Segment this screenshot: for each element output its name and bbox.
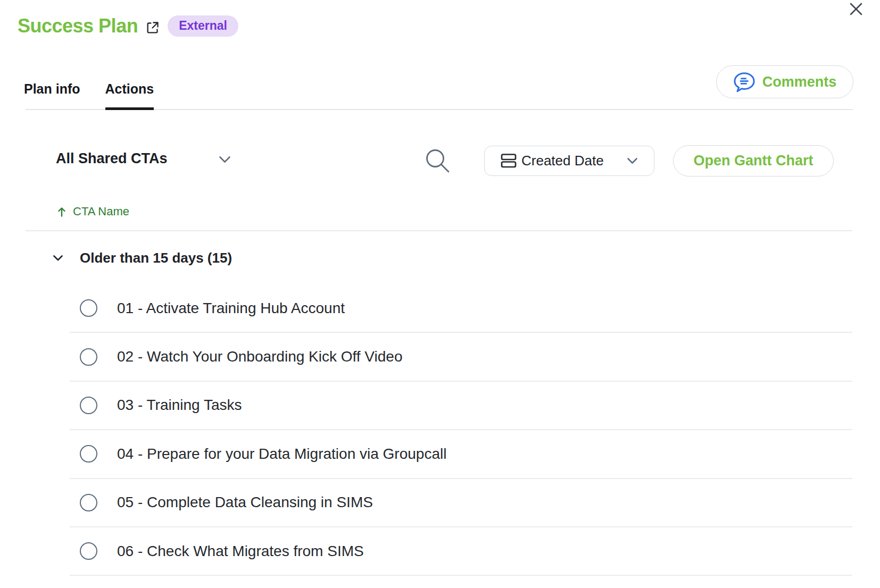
cta-row[interactable]: 06 - Check What Migrates from SIMS (70, 527, 852, 576)
chevron-down-icon (627, 157, 638, 165)
external-link-icon[interactable] (146, 21, 160, 35)
group-label: Older than 15 days (15) (80, 250, 232, 266)
sort-by-dropdown[interactable]: Created Date (484, 146, 654, 176)
cta-row[interactable]: 02 - Watch Your Onboarding Kick Off Vide… (70, 333, 852, 381)
search-button[interactable] (424, 147, 452, 175)
header: Success Plan External (18, 15, 238, 37)
open-gantt-chart-button[interactable]: Open Gantt Chart (673, 145, 834, 177)
column-header-cta-name[interactable]: CTA Name (57, 205, 129, 219)
tabs: Plan info Actions (24, 79, 154, 110)
search-icon (424, 147, 452, 175)
cta-status-circle-icon[interactable] (80, 445, 97, 463)
group-by-icon (501, 153, 517, 169)
success-plan-panel: Success Plan External Plan info Actions … (0, 0, 880, 588)
sort-by-value: Created Date (521, 153, 604, 169)
cta-name[interactable]: 01 - Activate Training Hub Account (117, 300, 345, 317)
cta-status-circle-icon[interactable] (80, 348, 97, 366)
cta-row[interactable]: 04 - Prepare for your Data Migration via… (70, 430, 852, 478)
tab-actions[interactable]: Actions (105, 79, 154, 110)
comments-label: Comments (762, 74, 837, 90)
open-gantt-chart-label: Open Gantt Chart (693, 153, 813, 169)
column-header-label: CTA Name (73, 205, 129, 219)
tab-plan-info[interactable]: Plan info (24, 79, 80, 110)
page-title: Success Plan (18, 15, 138, 37)
cta-name[interactable]: 02 - Watch Your Onboarding Kick Off Vide… (117, 348, 402, 365)
external-badge: External (168, 15, 238, 37)
cta-status-circle-icon[interactable] (80, 397, 97, 414)
cta-filter-value: All Shared CTAs (56, 150, 168, 167)
close-icon (849, 2, 863, 16)
cta-status-circle-icon[interactable] (80, 299, 97, 317)
cta-name[interactable]: 04 - Prepare for your Data Migration via… (117, 446, 446, 463)
group-collapse-chevron-icon[interactable] (53, 255, 63, 262)
cta-name[interactable]: 05 - Complete Data Cleansing in SIMS (117, 494, 373, 511)
chevron-down-icon[interactable] (219, 156, 231, 164)
close-button[interactable] (847, 0, 865, 18)
cta-list: 01 - Activate Training Hub Account 02 - … (70, 284, 852, 576)
cta-status-circle-icon[interactable] (80, 494, 97, 511)
cta-row[interactable]: 01 - Activate Training Hub Account (70, 284, 852, 333)
comments-icon (733, 71, 756, 93)
cta-status-circle-icon[interactable] (80, 542, 97, 560)
cta-name[interactable]: 03 - Training Tasks (117, 397, 242, 414)
list-header-divider (26, 230, 852, 231)
comments-button[interactable]: Comments (716, 65, 853, 98)
group-header: Older than 15 days (15) (53, 249, 232, 266)
sort-ascending-icon (57, 206, 66, 217)
cta-name[interactable]: 06 - Check What Migrates from SIMS (117, 543, 364, 560)
cta-row[interactable]: 05 - Complete Data Cleansing in SIMS (70, 479, 852, 527)
cta-row[interactable]: 03 - Training Tasks (70, 382, 852, 430)
cta-filter-dropdown[interactable]: All Shared CTAs (56, 150, 168, 167)
